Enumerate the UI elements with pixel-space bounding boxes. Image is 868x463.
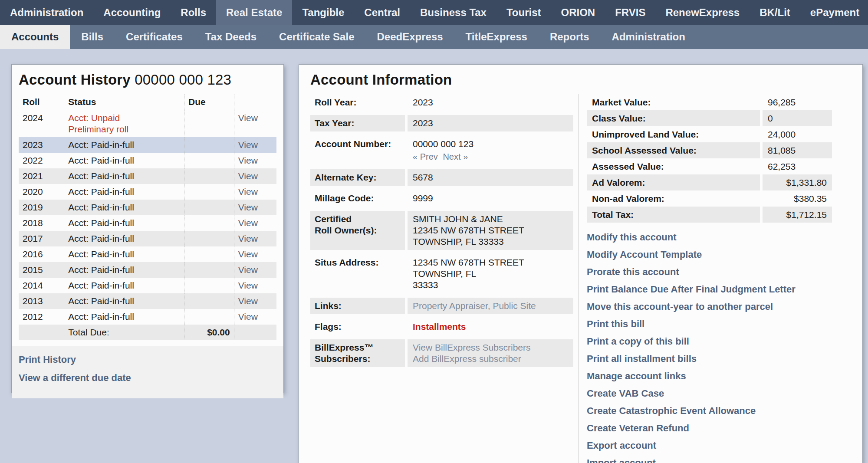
view-link[interactable]: View	[238, 218, 258, 228]
account-action-link[interactable]: Import account	[587, 454, 851, 463]
roll-year-cell: 2014	[19, 278, 64, 293]
view-link[interactable]: View	[238, 233, 258, 243]
account-action-link[interactable]: Move this account-year to another parcel	[587, 298, 851, 315]
add-billexpress-subscriber-link[interactable]: Add BillExpress subscriber	[413, 353, 568, 364]
due-cell	[184, 168, 234, 184]
view-billexpress-subscribers-link[interactable]: View BillExpress Subscribers	[413, 342, 568, 353]
status-cell: Acct: Paid-in-full	[64, 278, 184, 293]
history-row: 2024 Acct: Unpaid Preliminary roll View	[19, 110, 276, 138]
view-link[interactable]: View	[238, 113, 258, 123]
account-action-link[interactable]: Prorate this account	[587, 263, 851, 281]
history-row: 2020 Acct: Paid-in-full View	[19, 184, 276, 200]
alternate-key-value: 5678	[408, 169, 573, 186]
roll-year-cell: 2021	[19, 168, 64, 184]
status-cell: Acct: Paid-in-full	[64, 231, 184, 246]
top-nav-item[interactable]: Central	[354, 0, 410, 25]
view-link[interactable]: View	[238, 171, 258, 181]
account-history-table: Roll Status Due 2024 Acct: Unpaid Prelim…	[19, 94, 276, 340]
property-appraiser-link[interactable]: Property Appraiser	[413, 301, 488, 311]
valuation-value: 62,253	[763, 158, 832, 174]
view-link[interactable]: View	[238, 296, 258, 306]
history-row: 2017 Acct: Paid-in-full View	[19, 231, 276, 246]
roll-year-value: 2023	[408, 94, 573, 111]
top-nav-item[interactable]: Tourist	[496, 0, 551, 25]
top-nav-item[interactable]: Tangible	[292, 0, 354, 25]
top-nav-item[interactable]: RenewExpress	[655, 0, 750, 25]
roll-year-cell: 2015	[19, 262, 64, 278]
valuation-value: 81,085	[763, 142, 832, 158]
view-link[interactable]: View	[238, 140, 258, 150]
top-nav-item[interactable]: ePayment	[800, 0, 868, 25]
valuation-label: Non-ad Valorem:	[587, 190, 760, 207]
top-nav-item[interactable]: Real Estate	[216, 0, 292, 25]
valuation-row: Non-ad Valorem: $380.35	[587, 190, 832, 207]
account-action-link[interactable]: Print this bill	[587, 315, 851, 333]
top-nav-item[interactable]: Rolls	[171, 0, 216, 25]
due-cell	[184, 153, 234, 168]
sub-nav-item[interactable]: Certificate Sale	[268, 25, 365, 49]
account-action-link[interactable]: Create Catastrophic Event Allowance	[587, 402, 851, 420]
status-cell: Acct: Paid-in-full	[64, 215, 184, 231]
sub-nav-item[interactable]: Reports	[539, 25, 601, 49]
sub-nav-item[interactable]: DeedExpress	[365, 25, 454, 49]
account-action-link[interactable]: Modify Account Template	[587, 246, 851, 263]
sub-nav-item[interactable]: TitleExpress	[454, 25, 539, 49]
sub-nav-item[interactable]: Tax Deeds	[194, 25, 268, 49]
sub-nav: Accounts Bills Certificates Tax Deeds Ce…	[0, 25, 868, 49]
top-nav-item[interactable]: ORION	[551, 0, 605, 25]
view-link[interactable]: View	[238, 280, 258, 290]
view-link[interactable]: View	[238, 312, 258, 322]
top-nav-item[interactable]: BK/Lit	[750, 0, 800, 25]
valuation-label: Ad Valorem:	[587, 174, 760, 190]
account-action-link[interactable]: Print Balance Due After Final Judgment L…	[587, 281, 851, 298]
total-view-spacer	[234, 325, 276, 340]
account-action-link[interactable]: Print a copy of this bill	[587, 333, 851, 350]
public-site-link[interactable]: Public Site	[493, 301, 536, 311]
view-link[interactable]: View	[238, 265, 258, 275]
status-cell: Acct: Paid-in-full	[64, 309, 184, 325]
billexpress-row: BillExpress™ Subscribers: View BillExpre…	[310, 339, 573, 367]
status-text: Acct: Unpaid	[68, 112, 180, 124]
tax-year-label: Tax Year:	[310, 115, 405, 131]
account-action-link[interactable]: Modify this account	[587, 229, 851, 246]
view-cell: View	[234, 293, 276, 309]
sub-nav-item[interactable]: Accounts	[0, 25, 70, 49]
tax-year-row: Tax Year: 2023	[310, 115, 573, 131]
tax-year-value: 2023	[408, 115, 573, 131]
due-cell	[184, 231, 234, 246]
top-nav-item[interactable]: FRVIS	[605, 0, 655, 25]
column-header-due: Due	[184, 94, 234, 110]
account-history-panel: Account History 00000 000 123 Roll Statu…	[11, 64, 284, 393]
view-cell: View	[234, 278, 276, 293]
account-action-link[interactable]: Manage account links	[587, 368, 851, 385]
status-cell: Acct: Paid-in-full	[64, 200, 184, 215]
sub-nav-item[interactable]: Bills	[70, 25, 115, 49]
view-link[interactable]: View	[238, 187, 258, 197]
sub-nav-item[interactable]: Administration	[601, 25, 697, 49]
owner-street: 12345 NW 678TH STREET	[413, 225, 568, 236]
account-action-link[interactable]: Create VAB Case	[587, 385, 851, 402]
status-text: Acct: Paid-in-full	[68, 202, 180, 213]
certified-owner-row: Certified Roll Owner(s): SMITH JOHN & JA…	[310, 211, 573, 250]
view-link[interactable]: View	[238, 155, 258, 165]
links-separator: ,	[488, 301, 493, 311]
view-different-due-date-link[interactable]: View a different due date	[19, 372, 276, 384]
history-row: 2021 Acct: Paid-in-full View	[19, 168, 276, 184]
prev-account-link[interactable]: « Prev	[413, 152, 438, 161]
top-nav-item[interactable]: Accounting	[93, 0, 171, 25]
top-nav-item[interactable]: Business Tax	[410, 0, 496, 25]
installments-flag: Installments	[413, 322, 466, 332]
column-header-status: Status	[64, 94, 184, 110]
account-action-link[interactable]: Print all installment bills	[587, 350, 851, 368]
next-account-link[interactable]: Next »	[443, 152, 468, 161]
sub-nav-item[interactable]: Certificates	[115, 25, 194, 49]
top-nav-item[interactable]: Administration	[0, 0, 93, 25]
account-action-link[interactable]: Create Veteran Refund	[587, 420, 851, 437]
due-cell	[184, 293, 234, 309]
view-link[interactable]: View	[238, 202, 258, 212]
print-history-link[interactable]: Print History	[19, 354, 276, 365]
account-number-value: 00000 000 123	[413, 138, 568, 150]
account-action-link[interactable]: Export account	[587, 437, 851, 454]
situs-address-label: Situs Address:	[310, 254, 405, 293]
view-link[interactable]: View	[238, 249, 258, 259]
